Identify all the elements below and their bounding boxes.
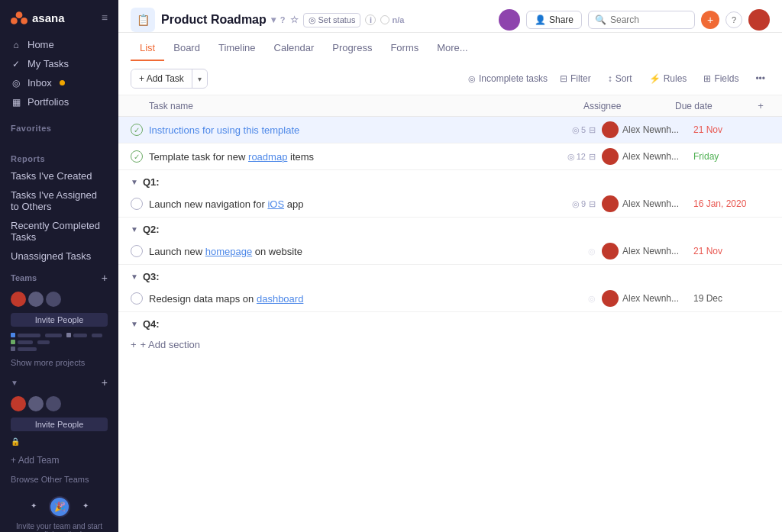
sidebar-item-recently-completed[interactable]: Recently Completed Tasks	[0, 216, 118, 247]
task-check-1[interactable]: ✓	[131, 124, 143, 136]
star-icon[interactable]: ☆	[290, 15, 299, 25]
tab-forms[interactable]: Forms	[381, 36, 428, 61]
task-table: Task name Assignee Due date + ✓ Instruct…	[118, 95, 782, 532]
dashboard-link[interactable]: dashboard	[257, 293, 303, 305]
toolbar: + Add Task ▾ ◎ Incomplete tasks ⊟ Filter…	[118, 61, 782, 95]
project-bar-3	[73, 334, 87, 337]
ios-link[interactable]: iOS	[267, 198, 284, 210]
section-q1-caret: ▼	[131, 178, 138, 186]
table-row[interactable]: ✓ Instructions for using this template ◎…	[118, 117, 782, 143]
add-team-button[interactable]: + Add Team	[0, 449, 118, 472]
filter-button[interactable]: ⊟ Filter	[555, 71, 596, 86]
search-input[interactable]	[610, 15, 679, 25]
question-icon[interactable]: ?	[280, 15, 286, 24]
tab-more[interactable]: More...	[428, 36, 477, 61]
invite-people-button-2[interactable]: Invite People	[11, 418, 108, 431]
show-more-projects[interactable]: Show more projects	[0, 355, 118, 370]
table-row[interactable]: Launch new homepage on website ◎ Alex Ne…	[118, 238, 782, 265]
tab-board[interactable]: Board	[164, 36, 209, 61]
task-name-homepage: Launch new homepage on website	[149, 246, 588, 257]
table-row[interactable]: Redesign data maps on dashboard ◎ Alex N…	[118, 285, 782, 312]
sidebar-nav: ⌂ Home ✓ My Tasks ◎ Inbox ▦ Portfolios	[0, 32, 118, 114]
section-q2[interactable]: ▼ Q2:	[118, 218, 782, 238]
project-dot-3	[11, 340, 15, 344]
chevron-down-icon[interactable]: ▾	[271, 15, 276, 25]
add-task-main-button[interactable]: + Add Task	[131, 69, 192, 88]
col-add-button[interactable]: +	[751, 100, 770, 111]
sidebar-item-tasks-assigned[interactable]: Tasks I've Assigned to Others	[0, 185, 118, 216]
section-q4[interactable]: ▼ Q4:	[118, 312, 782, 333]
add-task-caret-button[interactable]: ▾	[192, 71, 207, 87]
asana-logo: asana	[11, 9, 65, 26]
count-icon-1: ◎	[572, 125, 580, 135]
celebration-icon: 🎉	[49, 496, 70, 517]
set-status-button[interactable]: ◎ Set status	[303, 13, 361, 27]
homepage-link[interactable]: homepage	[205, 246, 252, 257]
task-link-2[interactable]: roadmap	[248, 151, 287, 163]
tab-progress[interactable]: Progress	[323, 36, 381, 61]
project-bars-1	[0, 331, 118, 355]
add-button[interactable]: +	[701, 11, 719, 29]
sidebar-item-unassigned[interactable]: Unassigned Tasks	[0, 247, 118, 266]
sidebar-item-home[interactable]: ⌂ Home	[0, 35, 118, 54]
tab-calendar[interactable]: Calendar	[265, 36, 324, 61]
rules-button[interactable]: ⚡ Rules	[645, 71, 692, 86]
tab-list[interactable]: List	[131, 36, 164, 61]
svg-point-1	[11, 18, 18, 24]
incomplete-tasks-filter[interactable]: ◎ Incomplete tasks	[468, 73, 548, 84]
info-icon[interactable]: i	[365, 15, 376, 25]
sort-button[interactable]: ↕ Sort	[603, 71, 637, 86]
share-icon: 👤	[535, 15, 546, 25]
invite-people-button-1[interactable]: Invite People	[11, 313, 108, 327]
more-options-button[interactable]: •••	[751, 71, 770, 86]
task-check-dashboard[interactable]	[131, 292, 143, 305]
tab-timeline[interactable]: Timeline	[209, 36, 265, 61]
project-bar-row-2	[11, 340, 108, 344]
project-bar-row-3	[11, 347, 108, 351]
home-icon: ⌂	[11, 40, 21, 50]
task-count-dashboard: ◎	[588, 294, 596, 304]
task-count-homepage: ◎	[588, 247, 596, 256]
sidebar-item-inbox[interactable]: ◎ Inbox	[0, 73, 118, 92]
project-bar-2	[45, 334, 62, 337]
search-box[interactable]: 🔍	[588, 11, 695, 29]
bottom-icons: ✦ 🎉 ✦	[11, 496, 108, 517]
add-task-button[interactable]: + Add Task ▾	[131, 69, 208, 89]
fields-button[interactable]: ⊞ Fields	[699, 71, 743, 86]
add-section-row[interactable]: + + Add section	[118, 333, 782, 356]
favorites-section-label: Favorites	[0, 114, 118, 136]
table-row[interactable]: Launch new navigation for iOS app ◎ 9 ⊟ …	[118, 191, 782, 218]
team-2-expand[interactable]: ▼	[11, 379, 18, 387]
task-check-ios[interactable]	[131, 198, 143, 210]
sidebar-item-my-tasks[interactable]: ✓ My Tasks	[0, 54, 118, 73]
team-2-avatars	[11, 396, 108, 411]
team-2-add[interactable]: +	[102, 376, 108, 389]
tasks-created-label: Tasks I've Created	[11, 170, 92, 182]
share-label: Share	[549, 15, 574, 25]
sidebar-item-tasks-created[interactable]: Tasks I've Created	[0, 166, 118, 185]
help-button[interactable]: ?	[725, 11, 742, 28]
share-button[interactable]: 👤 Share	[526, 11, 582, 29]
section-q1[interactable]: ▼ Q1:	[118, 170, 782, 191]
sidebar-item-inbox-label: Inbox	[27, 77, 52, 89]
table-row[interactable]: ✓ Template task for new roadmap items ◎ …	[118, 143, 782, 170]
task-meta-1: ◎ 5 ⊟	[572, 125, 596, 135]
browse-teams-button[interactable]: Browse Other Teams	[0, 472, 118, 487]
assignee-avatar-homepage	[602, 243, 619, 260]
add-section-icon: +	[131, 339, 137, 350]
set-status-label: Set status	[318, 15, 356, 24]
task-due-2: Friday	[693, 151, 770, 162]
teams-add-button[interactable]: +	[102, 272, 108, 284]
task-link-1[interactable]: Instructions for using this template	[149, 124, 299, 136]
sidebar-item-portfolios[interactable]: ▦ Portfolios	[0, 92, 118, 111]
main-content: 📋 Product Roadmap ▾ ? ☆ ◎ Set status i n…	[118, 0, 782, 532]
lock-icon: 🔒	[11, 437, 20, 446]
task-check-homepage[interactable]	[131, 245, 143, 257]
sidebar-collapse-icon[interactable]: ≡	[102, 11, 108, 24]
incomplete-icon: ◎	[468, 74, 476, 84]
section-q3[interactable]: ▼ Q3:	[118, 265, 782, 285]
task-check-2[interactable]: ✓	[131, 150, 143, 163]
rules-label: Rules	[664, 73, 687, 84]
subtask-icon-ios: ⊟	[589, 199, 596, 209]
task-name-dashboard: Redesign data maps on dashboard	[149, 293, 588, 305]
